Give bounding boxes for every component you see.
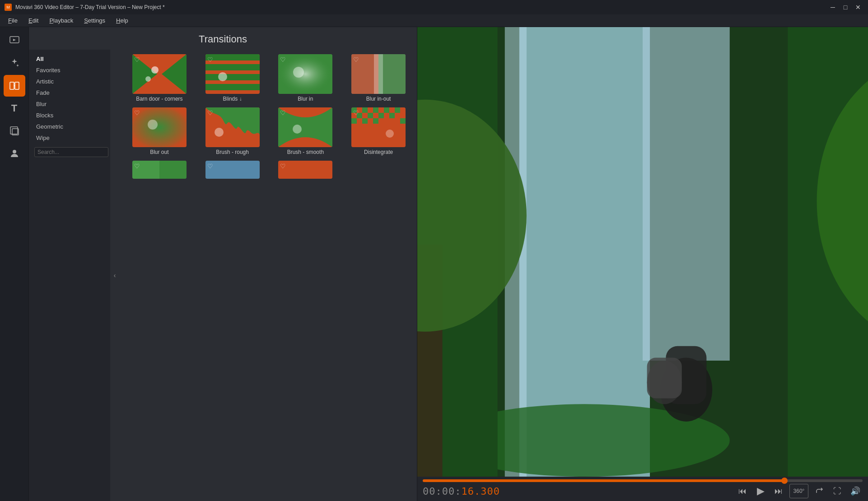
svg-rect-50 — [205, 161, 260, 179]
transition-item[interactable]: ♡ — [345, 107, 412, 155]
svg-rect-16 — [205, 74, 260, 80]
menu-edit[interactable]: Edit — [24, 16, 43, 25]
main-layout: T Transitions All Favorites Artistic Fad… — [0, 27, 868, 501]
minimize-button[interactable]: ─ — [827, 3, 838, 12]
svg-rect-40 — [351, 118, 357, 124]
transition-item[interactable]: ♡ — [126, 107, 193, 155]
search-input[interactable] — [34, 147, 108, 157]
svg-rect-5 — [10, 127, 18, 134]
scene-svg — [417, 27, 868, 477]
transition-item[interactable]: ♡ — [272, 161, 340, 179]
ctrl-buttons: ⏮ ▶ ⏭ 360° ⛶ 🔊 — [735, 484, 863, 498]
menu-help[interactable]: Help — [112, 16, 133, 25]
menu-file[interactable]: File — [4, 16, 22, 25]
svg-rect-42 — [384, 107, 389, 113]
cat-all[interactable]: All — [29, 53, 110, 65]
transition-thumb: ♡ — [205, 54, 260, 94]
tool-transitions[interactable] — [4, 75, 25, 97]
svg-point-7 — [13, 150, 16, 153]
transition-label: Blinds ↓ — [223, 96, 242, 102]
transition-thumb: ♡ — [132, 54, 187, 94]
title-bar: M Movavi 360 Video Editor – 7-Day Trial … — [0, 0, 868, 14]
transitions-panel: Transitions All Favorites Artistic Fade … — [29, 27, 417, 501]
favorite-icon[interactable]: ♡ — [280, 109, 286, 116]
svg-rect-43 — [362, 118, 368, 124]
category-sidebar: All Favorites Artistic Fade Blur Blocks … — [29, 50, 110, 501]
progress-bar[interactable] — [423, 479, 863, 482]
svg-rect-51 — [278, 161, 332, 179]
fullscreen-button[interactable]: ⛶ — [830, 484, 845, 498]
svg-rect-44 — [389, 113, 395, 118]
cat-wipe[interactable]: Wipe — [29, 132, 110, 144]
transition-item[interactable]: ♡ — [272, 54, 340, 102]
svg-rect-3 — [15, 82, 19, 89]
transition-thumb: ♡ — [278, 107, 332, 147]
svg-point-18 — [218, 72, 227, 81]
favorite-icon[interactable]: ♡ — [134, 56, 140, 63]
maximize-button[interactable]: □ — [840, 3, 851, 12]
vr360-button[interactable]: 360° — [789, 484, 808, 498]
transitions-body: All Favorites Artistic Fade Blur Blocks … — [29, 50, 417, 501]
transition-item[interactable]: ♡ Brush - rough — [199, 107, 266, 155]
playback-controls: 00:00:16.300 ⏮ ▶ ⏭ 360° ⛶ 🔊 — [423, 484, 863, 498]
transition-thumb: ♡ — [278, 54, 332, 94]
transition-item[interactable]: ♡ Blur in-out — [345, 54, 412, 102]
menu-playback[interactable]: Playback — [45, 16, 78, 25]
favorite-icon[interactable]: ♡ — [207, 56, 213, 63]
content-area: Transitions All Favorites Artistic Fade … — [29, 27, 868, 501]
preview-panel: 00:00:16.300 ⏮ ▶ ⏭ 360° ⛶ 🔊 — [417, 27, 868, 501]
transition-item[interactable]: ♡ Blinds ↓ — [199, 54, 266, 102]
favorite-icon[interactable]: ♡ — [353, 109, 359, 116]
search-bar: ✕ — [29, 144, 110, 161]
tool-overlay[interactable] — [4, 120, 25, 142]
tool-avatar[interactable] — [4, 143, 25, 164]
transition-label: Blur in-out — [366, 96, 391, 102]
app-icon: M — [5, 4, 12, 11]
favorite-icon[interactable]: ♡ — [134, 162, 140, 170]
svg-rect-36 — [373, 107, 378, 113]
play-button[interactable]: ▶ — [753, 484, 768, 498]
tool-media[interactable] — [4, 30, 25, 51]
cat-fade[interactable]: Fade — [29, 87, 110, 98]
transition-label: Blur out — [150, 149, 168, 155]
transition-item[interactable]: ♡ Barn door - corners — [126, 54, 193, 102]
transition-item[interactable]: ♡ — [126, 161, 193, 179]
cat-artistic[interactable]: Artistic — [29, 76, 110, 87]
favorite-icon[interactable]: ♡ — [280, 162, 286, 170]
cat-favorites[interactable]: Favorites — [29, 65, 110, 76]
go-end-button[interactable]: ⏭ — [771, 484, 786, 498]
volume-button[interactable]: 🔊 — [848, 484, 863, 498]
svg-rect-25 — [374, 54, 383, 94]
close-button[interactable]: ✕ — [853, 3, 863, 12]
go-start-button[interactable]: ⏮ — [735, 484, 750, 498]
svg-rect-55 — [643, 27, 730, 361]
playback-bar: 00:00:16.300 ⏮ ▶ ⏭ 360° ⛶ 🔊 — [417, 477, 868, 501]
favorite-icon[interactable]: ♡ — [353, 56, 359, 63]
favorite-icon[interactable]: ♡ — [280, 56, 286, 63]
svg-point-47 — [386, 130, 394, 138]
tool-effects[interactable] — [4, 52, 25, 74]
svg-rect-68 — [647, 358, 682, 399]
transition-item[interactable]: ♡ — [199, 161, 266, 179]
svg-marker-1 — [13, 39, 16, 41]
cat-geometric[interactable]: Geometric — [29, 121, 110, 132]
favorite-icon[interactable]: ♡ — [207, 109, 213, 116]
tool-sidebar: T — [0, 27, 29, 501]
transition-thumb: ♡ — [205, 107, 260, 147]
transition-thumb: ♡ — [205, 161, 260, 179]
cat-blocks[interactable]: Blocks — [29, 110, 110, 121]
transition-item[interactable]: ♡ Brush - smooth — [272, 107, 340, 155]
text-icon: T — [11, 102, 17, 114]
tool-text[interactable]: T — [4, 97, 25, 119]
svg-rect-45 — [395, 107, 400, 113]
svg-point-28 — [148, 120, 158, 130]
share-button[interactable] — [812, 484, 826, 498]
transition-thumb: ♡ — [278, 161, 332, 179]
svg-point-12 — [145, 76, 151, 82]
favorite-icon[interactable]: ♡ — [134, 109, 140, 116]
favorite-icon[interactable]: ♡ — [207, 162, 213, 170]
svg-rect-2 — [10, 82, 14, 89]
collapse-button[interactable]: ‹ — [110, 50, 119, 501]
menu-settings[interactable]: Settings — [79, 16, 110, 25]
cat-blur[interactable]: Blur — [29, 98, 110, 110]
